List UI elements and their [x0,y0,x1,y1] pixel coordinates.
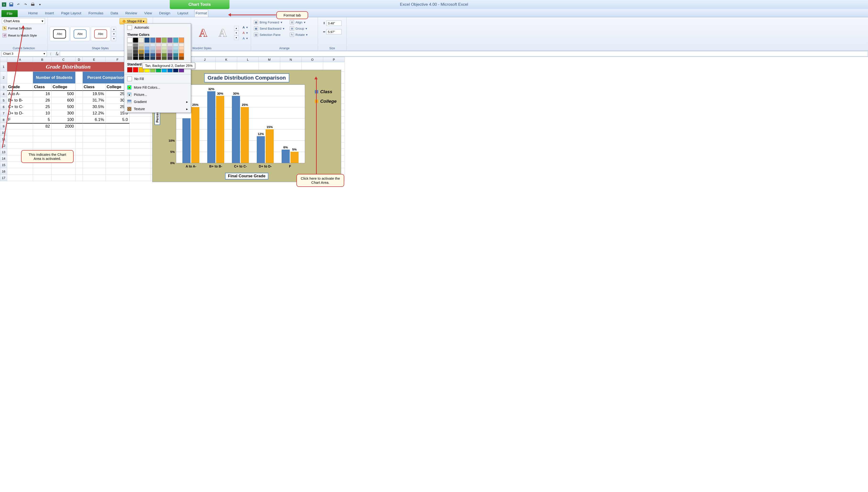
theme-tint-4-0[interactable] [150,43,155,47]
cell-C12[interactable] [52,142,75,149]
theme-tint-0-1[interactable] [127,47,132,50]
cell-B10[interactable] [33,129,52,136]
cell-F12[interactable] [106,142,129,149]
cell-C6[interactable]: 500 [52,104,75,110]
texture-fill-option[interactable]: Texture ▸ [124,105,191,113]
theme-tint-0-0[interactable] [127,43,132,47]
theme-color-4[interactable] [150,38,155,43]
reset-match-style-button[interactable]: ↺ Reset to Match Style [2,32,46,38]
cell-E9[interactable] [83,123,106,129]
cell-D6[interactable] [75,104,83,110]
cell-B3[interactable]: Class [33,83,52,91]
row-header-17[interactable]: 17 [0,175,7,181]
align-button[interactable]: ⊟Align ▾ [289,20,309,25]
col-header-A[interactable]: A [7,57,33,62]
cell-B4[interactable]: 16 [33,91,52,97]
theme-tint-0-4[interactable] [127,57,132,60]
cell-G10[interactable] [129,129,151,136]
cell-B7[interactable]: 10 [33,110,52,117]
cell-G17[interactable] [129,175,151,181]
cell-B5[interactable]: 26 [33,97,52,104]
selection-pane-button[interactable]: ▤Selection Pane [253,32,285,37]
cell-B2[interactable]: Number of Students [33,72,75,83]
cell-D8[interactable] [75,117,83,123]
fill-automatic[interactable]: Automatic [124,24,191,31]
col-header-B[interactable]: B [33,57,52,62]
theme-tint-2-4[interactable] [139,57,144,60]
rotate-button[interactable]: ↻Rotate ▾ [289,32,309,37]
theme-color-8[interactable] [173,38,178,43]
row-header-15[interactable]: 15 [0,162,7,168]
row-header-3[interactable]: 3 [0,83,7,91]
theme-color-1[interactable] [133,38,138,43]
cell-E13[interactable] [83,149,106,155]
theme-tint-4-4[interactable] [150,57,155,60]
theme-tint-6-0[interactable] [162,43,167,47]
cell-D5[interactable] [75,97,83,104]
wordart-style-red[interactable]: A [195,26,212,40]
theme-tint-3-3[interactable] [144,53,150,57]
theme-tint-1-4[interactable] [133,57,138,60]
cell-E11[interactable] [83,136,106,142]
cell-C7[interactable]: 300 [52,110,75,117]
theme-tint-9-0[interactable] [179,43,184,47]
theme-color-0[interactable] [127,38,132,43]
chart-x-axis-title[interactable]: Final Course Grade [225,173,268,179]
cell-D3[interactable] [75,83,83,91]
tab-view[interactable]: View [143,9,153,17]
tab-insert[interactable]: Insert [44,9,55,17]
cell-A17[interactable] [7,175,33,181]
theme-tint-5-3[interactable] [156,53,161,57]
theme-tint-6-1[interactable] [162,47,167,50]
theme-tint-8-1[interactable] [173,47,178,50]
cell-C4[interactable]: 500 [52,91,75,97]
bar-group-2[interactable]: 30%25%C+ to C- [228,84,253,163]
cell-D9[interactable] [75,123,83,129]
standard-color-1[interactable] [133,67,138,72]
bar-college-2[interactable]: 25% [241,107,249,163]
theme-tint-8-3[interactable] [173,53,178,57]
tab-design[interactable]: Design [158,9,171,17]
col-header-E[interactable]: E [83,57,106,62]
bar-class-3[interactable]: 12% [257,136,265,163]
row-header-16[interactable]: 16 [0,168,7,175]
cell-E17[interactable] [83,175,106,181]
theme-tint-8-2[interactable] [173,50,178,53]
row-header-13[interactable]: 13 [0,149,7,155]
cell-E4[interactable]: 19.5% [83,91,106,97]
cell-G14[interactable] [129,155,151,162]
row-header-10[interactable]: 10 [0,129,7,136]
cell-F15[interactable] [106,162,129,168]
cell-A6[interactable]: C+ to C- [7,104,33,110]
theme-tint-2-1[interactable] [139,47,144,50]
bar-group-3[interactable]: 12%15%D+ to D- [253,84,278,163]
theme-tint-6-4[interactable] [162,57,167,60]
cell-C17[interactable] [52,175,75,181]
shape-style-1[interactable]: Abc [50,27,69,41]
row-header-12[interactable]: 12 [0,142,7,149]
cell-D11[interactable] [75,136,83,142]
cell-E2[interactable]: Percent Comparison [83,72,129,83]
cell-C8[interactable]: 100 [52,117,75,123]
cell-E14[interactable] [83,155,106,162]
cell-G11[interactable] [129,136,151,142]
theme-tint-1-2[interactable] [133,50,138,53]
undo-icon[interactable]: ↶ [15,1,22,8]
theme-tint-9-2[interactable] [179,50,184,53]
theme-tint-5-0[interactable] [156,43,161,47]
standard-color-0[interactable] [127,67,132,72]
theme-tint-8-4[interactable] [173,57,178,60]
theme-tint-0-2[interactable] [127,50,132,53]
cell-F10[interactable] [106,129,129,136]
theme-tint-5-2[interactable] [156,50,161,53]
bar-class-4[interactable]: 6% [282,150,290,163]
cell-D10[interactable] [75,129,83,136]
theme-tint-3-1[interactable] [144,47,150,50]
cell-E6[interactable]: 30.5% [83,104,106,110]
cell-A10[interactable] [7,129,33,136]
cell-A16[interactable] [7,168,33,175]
bar-class-0[interactable] [183,118,191,163]
theme-tint-7-4[interactable] [167,57,173,60]
more-fill-colors-option[interactable]: ● More Fill Colors... [124,84,191,91]
group-button[interactable]: ⊞Group ▾ [289,26,309,31]
